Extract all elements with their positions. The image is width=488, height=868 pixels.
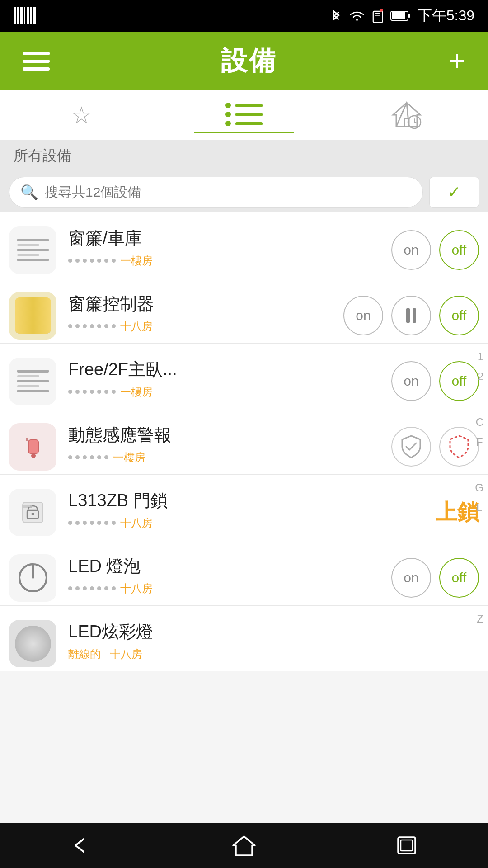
- pause-button[interactable]: [391, 296, 431, 335]
- device-item-l313zb[interactable]: L313ZB 門鎖 十八房 上鎖 G L: [0, 475, 488, 540]
- tab-list[interactable]: [194, 97, 294, 133]
- device-item-led-bulb[interactable]: LED 燈泡 十八房 on off: [0, 540, 488, 606]
- svg-rect-12: [28, 440, 38, 453]
- home-button[interactable]: [226, 832, 262, 859]
- app-bar: 設備 +: [0, 32, 488, 90]
- on-button[interactable]: on: [391, 558, 431, 598]
- sensor-svg: [19, 433, 47, 460]
- section-title: 所有設備: [14, 146, 71, 166]
- device-item-free-2f[interactable]: Free/2F主臥... 一樓房 on off 1 2: [0, 344, 488, 409]
- device-icon-lock: [9, 489, 56, 536]
- device-name: LED炫彩燈: [68, 620, 479, 643]
- device-sub: 十八房: [68, 516, 436, 530]
- alpha-index-z: Z: [477, 610, 483, 627]
- device-controls-curtain: on off: [343, 296, 479, 335]
- on-button[interactable]: on: [391, 230, 431, 270]
- device-sub: 一樓房: [68, 450, 391, 465]
- svg-rect-26: [401, 840, 413, 851]
- device-info-free-2f: Free/2F主臥... 一樓房: [68, 358, 391, 405]
- off-button[interactable]: off: [439, 558, 479, 598]
- pause-icon: [406, 308, 416, 323]
- device-item-blinds-garage[interactable]: 窗簾/車庫 一樓房 on off: [0, 212, 488, 278]
- alpha-2: 2: [478, 368, 483, 385]
- alpha-index-gl: G L: [475, 479, 483, 517]
- sub-dots: [68, 521, 116, 525]
- device-name: 窗簾/車庫: [68, 227, 391, 250]
- back-button[interactable]: [63, 832, 99, 859]
- device-name: Free/2F主臥...: [68, 358, 391, 381]
- alpha-f: F: [476, 434, 483, 451]
- tab-bar: ☆: [0, 90, 488, 140]
- device-item-motion-alarm[interactable]: 動態感應警報 一樓房: [0, 409, 488, 475]
- sub-dots: [68, 324, 116, 328]
- device-list: 窗簾/車庫 一樓房 on off 窗簾控制器: [0, 212, 488, 671]
- device-icon-curtain: [9, 292, 56, 340]
- device-offline-status: 離線的: [68, 647, 101, 661]
- device-info-led-bulb: LED 燈泡 十八房: [68, 555, 391, 601]
- svg-rect-20: [28, 505, 30, 507]
- device-item-curtain-controller[interactable]: 窗簾控制器 十八房 on off: [0, 278, 488, 344]
- filter-button[interactable]: ✓: [429, 177, 479, 208]
- barcode-icon: [14, 7, 36, 25]
- shield-dashed-button[interactable]: [439, 427, 479, 467]
- off-button[interactable]: off: [439, 296, 479, 335]
- device-location: 一樓房: [120, 254, 153, 268]
- alpha-g: G: [475, 479, 483, 496]
- alpha-l: L: [476, 499, 482, 516]
- svg-rect-5: [392, 12, 405, 19]
- device-icon-power: [9, 554, 56, 602]
- device-sub: 一樓房: [68, 254, 391, 268]
- alpha-index-cf: C F: [476, 414, 483, 451]
- battery-icon: [390, 10, 411, 22]
- alpha-z: Z: [477, 613, 483, 625]
- device-info-led-color: LED炫彩燈 離線的 十八房: [68, 620, 479, 667]
- menu-icon[interactable]: [23, 52, 50, 71]
- device-sub: 十八房: [68, 319, 343, 334]
- alpha-c: C: [476, 414, 483, 431]
- device-controls-led-bulb: on off: [391, 558, 479, 598]
- add-device-button[interactable]: +: [449, 47, 465, 75]
- device-location: 十八房: [110, 647, 142, 661]
- recents-button[interactable]: [389, 832, 425, 859]
- tab-favorites[interactable]: ☆: [32, 97, 131, 133]
- lock-device-svg: [18, 498, 47, 527]
- device-location: 十八房: [120, 516, 153, 530]
- on-button[interactable]: on: [391, 361, 431, 401]
- shield-solid-button[interactable]: [391, 427, 431, 467]
- curtain-icon: [15, 297, 51, 334]
- device-item-led-color[interactable]: LED炫彩燈 離線的 十八房 Z: [0, 606, 488, 671]
- search-input[interactable]: [45, 184, 412, 200]
- device-location: 一樓房: [120, 385, 153, 399]
- device-name: L313ZB 門鎖: [68, 489, 436, 512]
- home-icon: [232, 835, 256, 856]
- sub-dots: [68, 586, 116, 590]
- blind-icon: [17, 239, 49, 261]
- section-header: 所有設備: [0, 140, 488, 172]
- sub-dots: [68, 259, 116, 263]
- off-button[interactable]: off: [439, 230, 479, 270]
- svg-point-1: [380, 9, 383, 12]
- svg-rect-21: [30, 505, 32, 508]
- power-icon: [17, 562, 49, 594]
- back-icon: [70, 835, 93, 855]
- chevron-down-icon: ✓: [447, 183, 461, 202]
- alpha-index-1-2: 1 2: [478, 348, 483, 386]
- device-location: 一樓房: [113, 450, 145, 465]
- device-info-curtain: 窗簾控制器 十八房: [68, 292, 343, 339]
- shield-dashed-icon: [448, 435, 470, 458]
- svg-point-13: [31, 453, 36, 458]
- device-controls-sensor: [391, 427, 479, 467]
- tab-home-timer[interactable]: [357, 97, 456, 133]
- sensor-icon: [15, 429, 51, 465]
- status-bar: 下午5:39: [0, 0, 488, 32]
- list-icon: [225, 103, 263, 126]
- bluetooth-icon: [330, 7, 343, 24]
- device-controls-blinds-garage: on off: [391, 230, 479, 270]
- device-info-blinds-garage: 窗簾/車庫 一樓房: [68, 227, 391, 274]
- sd-card-icon: [371, 8, 384, 24]
- search-icon: 🔍: [20, 184, 38, 201]
- svg-rect-19: [25, 505, 28, 508]
- sub-dots: [68, 455, 108, 459]
- off-button[interactable]: off: [439, 361, 479, 401]
- on-button[interactable]: on: [343, 296, 383, 335]
